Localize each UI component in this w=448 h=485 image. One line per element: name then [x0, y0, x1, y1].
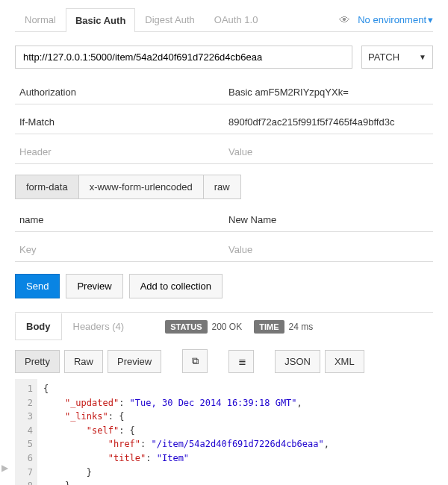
time-label: TIME — [254, 320, 284, 334]
format-pretty[interactable]: Pretty — [15, 350, 60, 373]
body-key-placeholder[interactable]: Key — [15, 238, 224, 262]
header-value-placeholder[interactable]: Value — [224, 140, 433, 164]
wrap-icon[interactable]: ≣ — [228, 350, 254, 373]
body-type-tabs: form-data x-www-form-urlencoded raw — [15, 175, 433, 199]
header-row: If-Match 890f0df72ac215f991f5f7465f4a9bf… — [15, 110, 433, 134]
send-button[interactable]: Send — [15, 274, 60, 298]
body-type-formdata[interactable]: form-data — [15, 175, 79, 199]
format-json[interactable]: JSON — [275, 350, 320, 373]
auth-tab-oauth[interactable]: OAuth 1.0 — [205, 7, 268, 31]
format-preview[interactable]: Preview — [108, 350, 161, 373]
header-row: Authorization Basic amF5M2RIYzpqYXk= — [15, 81, 433, 104]
status-value: 200 OK — [212, 322, 243, 332]
chevron-down-icon: ▼ — [419, 53, 426, 61]
environment-selector[interactable]: No environment — [358, 14, 426, 25]
preview-eye-icon[interactable]: 👁 — [339, 13, 350, 26]
expand-handle-icon[interactable]: ▶ — [1, 463, 8, 473]
chevron-down-icon: ▾ — [428, 14, 433, 25]
header-row-placeholder: Header Value — [15, 140, 433, 164]
copy-icon[interactable]: ⧉ — [182, 349, 208, 373]
body-row-placeholder: Key Value — [15, 238, 433, 262]
body-value-placeholder[interactable]: Value — [224, 238, 433, 262]
http-method-select[interactable]: PATCH ▼ — [361, 46, 433, 69]
status-label: STATUS — [165, 320, 207, 334]
body-type-urlencoded[interactable]: x-www-form-urlencoded — [78, 175, 204, 199]
request-url-input[interactable] — [15, 46, 352, 69]
header-key[interactable]: If-Match — [15, 110, 224, 134]
header-key[interactable]: Authorization — [15, 81, 224, 104]
body-key[interactable]: name — [15, 208, 224, 232]
body-value[interactable]: New Name — [224, 208, 433, 232]
body-type-raw[interactable]: raw — [203, 175, 241, 199]
response-tab-headers[interactable]: Headers (4) — [62, 313, 136, 340]
response-source[interactable]: { "_updated": "Tue, 30 Dec 2014 16:39:18… — [37, 379, 340, 485]
response-tab-body[interactable]: Body — [15, 313, 62, 340]
preview-button[interactable]: Preview — [66, 274, 122, 298]
http-method-value: PATCH — [368, 51, 399, 63]
response-body: 12345678910111213 { "_updated": "Tue, 30… — [15, 379, 433, 485]
auth-tab-digest[interactable]: Digest Auth — [135, 7, 205, 31]
auth-tab-basic[interactable]: Basic Auth — [66, 8, 135, 32]
header-value[interactable]: 890f0df72ac215f991f5f7465f4a9bffd3c — [224, 110, 433, 134]
header-value[interactable]: Basic amF5M2RIYzpqYXk= — [224, 81, 433, 104]
body-row: name New Name — [15, 208, 433, 232]
auth-tabs: Normal Basic Auth Digest Auth OAuth 1.0 … — [15, 7, 433, 32]
auth-tab-normal[interactable]: Normal — [15, 7, 66, 31]
line-gutter: 12345678910111213 — [15, 379, 37, 485]
format-raw[interactable]: Raw — [64, 350, 103, 373]
add-to-collection-button[interactable]: Add to collection — [129, 274, 223, 298]
format-xml[interactable]: XML — [325, 350, 364, 373]
header-key-placeholder[interactable]: Header — [15, 140, 224, 164]
time-value: 24 ms — [289, 322, 314, 332]
